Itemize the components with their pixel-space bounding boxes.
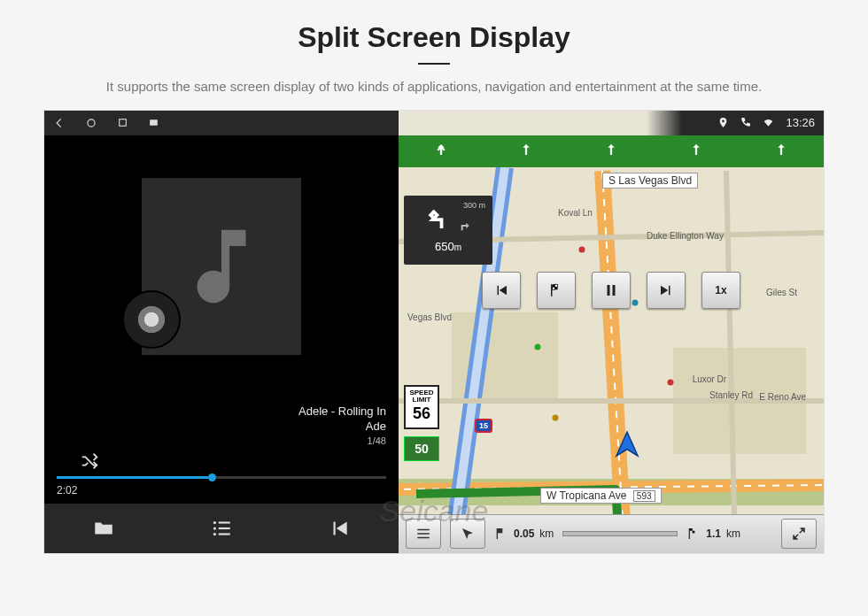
turn-right-icon <box>456 219 470 236</box>
road-label-main: S Las Vegas Blvd <box>602 173 698 189</box>
folder-icon[interactable] <box>92 517 115 540</box>
svg-point-0 <box>88 119 95 127</box>
street-label: Duke Ellington Way <box>647 231 724 241</box>
flag-icon <box>494 527 508 541</box>
svg-rect-37 <box>689 528 690 539</box>
turn-distance: 650m <box>435 240 461 253</box>
poi-icon <box>664 376 677 389</box>
music-bottom-bar <box>44 504 399 553</box>
music-note-icon <box>173 218 270 315</box>
speed-button[interactable]: 1x <box>701 272 740 309</box>
back-icon[interactable] <box>53 117 66 129</box>
picture-icon <box>148 117 159 128</box>
previous-icon[interactable] <box>328 517 351 540</box>
interstate-shield: 15 <box>475 419 492 433</box>
svg-rect-19 <box>780 147 782 155</box>
street-label: Koval Ln <box>558 208 593 218</box>
progress-bar[interactable] <box>57 476 386 479</box>
title-rule <box>418 63 450 65</box>
svg-rect-26 <box>613 285 616 296</box>
pause-button[interactable] <box>592 272 631 309</box>
svg-rect-17 <box>610 147 612 155</box>
svg-rect-16 <box>525 147 527 155</box>
turn-panel: 300 m 650m <box>404 196 492 265</box>
cursor-button[interactable] <box>450 519 485 549</box>
page-title: Split Screen Display <box>106 21 762 54</box>
svg-rect-39 <box>693 531 695 534</box>
svg-rect-8 <box>219 533 230 535</box>
page-subtitle: It supports the same screen display of t… <box>106 77 762 96</box>
svg-rect-18 <box>695 147 697 155</box>
nav-controls: 1x <box>399 272 824 309</box>
menu-button[interactable] <box>406 519 441 549</box>
svg-rect-1 <box>120 119 127 127</box>
poi-icon <box>576 243 588 256</box>
shuffle-icon[interactable] <box>80 451 99 471</box>
next-turn-hint: 300 m <box>463 201 485 210</box>
shuffle-row <box>44 450 399 473</box>
distance-readout-2: 1.1km <box>686 527 740 541</box>
lane-arrow-icon <box>688 142 704 161</box>
svg-rect-2 <box>150 120 158 127</box>
lane-arrow-icon <box>603 142 619 161</box>
now-playing: Adele - Rolling In Ade 1/48 <box>44 398 399 450</box>
progress-thumb[interactable] <box>208 474 216 481</box>
destination-flag-button[interactable] <box>537 272 576 309</box>
music-app: Adele - Rolling In Ade 1/48 2:02 <box>44 111 399 553</box>
playlist-icon[interactable] <box>210 517 233 540</box>
svg-point-27 <box>579 246 585 252</box>
svg-rect-35 <box>497 528 498 539</box>
svg-rect-22 <box>555 284 558 287</box>
svg-rect-38 <box>690 528 693 531</box>
svg-rect-21 <box>553 284 555 287</box>
phone-icon <box>740 117 751 128</box>
progress-area: 2:02 <box>44 473 399 504</box>
recents-icon[interactable] <box>117 117 128 128</box>
page-header: Split Screen Display It supports the sam… <box>71 0 797 105</box>
disc-icon <box>122 290 181 349</box>
street-label: Stanley Rd <box>709 390 753 400</box>
turn-left-icon <box>426 206 453 236</box>
svg-point-30 <box>553 414 559 420</box>
svg-rect-4 <box>219 521 230 523</box>
elapsed-time: 2:02 <box>57 484 386 497</box>
street-label: Luxor Dr <box>693 374 726 384</box>
status-bar-right: 13:26 <box>647 111 824 135</box>
svg-rect-24 <box>555 287 558 289</box>
svg-point-31 <box>535 343 541 350</box>
svg-point-3 <box>213 521 216 524</box>
svg-point-29 <box>668 379 674 385</box>
distance-sign: 50 <box>404 436 439 461</box>
svg-rect-36 <box>498 528 502 533</box>
track-title: Adele - Rolling In <box>57 404 386 420</box>
svg-point-5 <box>213 527 216 529</box>
poi-icon <box>549 412 562 424</box>
svg-rect-33 <box>417 534 430 535</box>
nav-bottom-bar: 0.05km 1.1km <box>399 514 824 553</box>
svg-rect-32 <box>417 529 430 531</box>
route-progress <box>562 531 678 536</box>
home-icon[interactable] <box>85 117 97 129</box>
svg-rect-6 <box>219 527 230 529</box>
next-waypoint-button[interactable] <box>647 272 686 309</box>
clock: 13:26 <box>786 116 815 129</box>
lane-arrow-icon <box>773 142 789 161</box>
track-artist: Ade <box>57 419 386 435</box>
speed-limit-sign: SPEED LIMIT 56 <box>404 385 439 429</box>
lane-arrow-icon <box>433 142 449 161</box>
road-number-badge: 593 <box>633 490 655 502</box>
street-label: Vegas Blvd <box>407 312 452 322</box>
album-art-area <box>44 135 399 398</box>
status-bar <box>44 111 399 135</box>
street-label: E Reno Ave <box>759 392 806 402</box>
expand-button[interactable] <box>781 519 817 549</box>
location-icon <box>717 117 729 128</box>
navigation-app: 13:26 <box>399 111 824 553</box>
svg-rect-20 <box>551 284 553 296</box>
lane-arrow-strip <box>399 135 824 167</box>
current-position-icon <box>611 429 643 465</box>
prev-waypoint-button[interactable] <box>482 272 521 309</box>
wifi-icon <box>762 117 775 128</box>
svg-rect-23 <box>553 287 555 289</box>
checkered-flag-icon <box>686 527 701 541</box>
